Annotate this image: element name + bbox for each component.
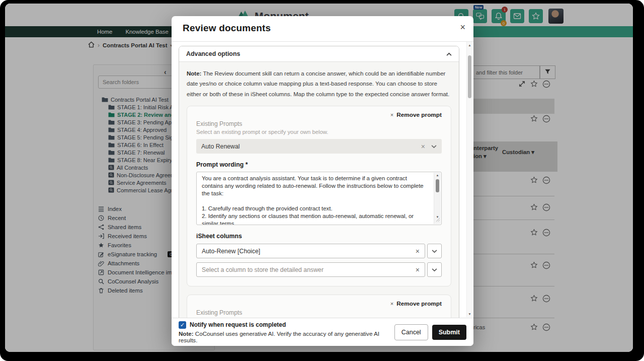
existing-prompts-help: Select an existing prompt or specify you… (196, 129, 442, 135)
column-placeholder: Select a column to store the detailed an… (202, 266, 324, 273)
advanced-options-accordion: Advanced options Note: The Review docume… (179, 46, 459, 318)
advanced-options-header[interactable]: Advanced options (179, 46, 459, 62)
footer-note-text: CoCounsel uses generative AI. Verify the… (179, 330, 379, 343)
window-frame: Monument New10 HomeKnowledge BaseLega › … (0, 0, 644, 361)
clear-icon[interactable]: × (416, 266, 420, 274)
clear-icon[interactable]: × (416, 247, 420, 255)
submit-button[interactable]: Submit (432, 325, 466, 340)
isheet-columns-label: iSheet columns (196, 233, 442, 240)
scrollbar-thumb[interactable] (436, 179, 439, 192)
existing-prompts-label: Existing Prompts (196, 309, 442, 316)
column-value: Auto-Renew [Choice] (202, 248, 260, 255)
scroll-up-icon[interactable]: ▲ (467, 43, 472, 47)
modal-body: Advanced options Note: The Review docume… (172, 42, 473, 318)
scroll-down-icon[interactable]: ▼ (467, 312, 472, 316)
scroll-up-icon[interactable]: ▲ (434, 174, 441, 177)
modal-title: Review documents (183, 23, 271, 34)
accordion-title: Advanced options (186, 50, 240, 57)
chevron-down-icon[interactable] (427, 262, 442, 277)
existing-prompt-value: Auto Renewal (201, 143, 240, 150)
cancel-button[interactable]: Cancel (394, 324, 428, 340)
column-select-field[interactable]: Auto-Renew [Choice] × (196, 244, 425, 258)
note-text: The Review document skill can return a c… (187, 70, 449, 97)
review-documents-modal: Review documents × Advanced options Note… (172, 16, 473, 346)
footer-note-label: Note: (179, 330, 194, 337)
isheet-column-select-1: Auto-Renew [Choice] × (196, 244, 442, 258)
prompt-card-1: × Remove prompt Existing Prompts Select … (187, 106, 451, 286)
prompt-wording-value: You are a contract analysis assistant. Y… (202, 175, 429, 225)
remove-prompt-button[interactable]: × Remove prompt (196, 297, 442, 308)
notify-label: Notify when request is completed (190, 321, 286, 328)
resize-grip-icon[interactable] (436, 215, 440, 224)
app-screen: Monument New10 HomeKnowledge BaseLega › … (5, 4, 633, 352)
chevron-down-icon[interactable] (427, 244, 442, 258)
advanced-options-body: Note: The Review document skill can retu… (179, 62, 459, 318)
footer-note: Note: CoCounsel uses generative AI. Veri… (179, 330, 394, 343)
chevron-down-icon[interactable] (431, 145, 437, 149)
advanced-note: Note: The Review document skill can retu… (187, 68, 451, 99)
note-label: Note: (187, 70, 201, 77)
notify-checkbox[interactable]: ✓ (179, 321, 186, 329)
clear-icon[interactable]: × (421, 142, 425, 151)
remove-prompt-label: Remove prompt (396, 111, 442, 118)
remove-prompt-label: Remove prompt (396, 300, 442, 307)
prompt-wording-textarea[interactable]: You are a contract analysis assistant. Y… (196, 172, 442, 225)
prompt-card-2: × Remove prompt Existing Prompts Select … (187, 295, 451, 318)
remove-x-icon: × (390, 301, 393, 307)
existing-prompt-select[interactable]: Auto Renewal × (196, 139, 442, 154)
remove-prompt-button[interactable]: × Remove prompt (196, 108, 442, 119)
close-icon[interactable]: × (460, 22, 465, 33)
modal-footer: ✓ Notify when request is completed Note:… (172, 318, 473, 346)
isheet-column-select-2: Select a column to store the detailed an… (196, 262, 442, 277)
scrollbar-thumb[interactable] (468, 55, 471, 98)
column-select-field[interactable]: Select a column to store the detailed an… (196, 262, 425, 277)
chevron-up-icon[interactable] (446, 49, 452, 58)
prompt-wording-label: Prompt wording * (196, 161, 442, 168)
modal-scrollbar[interactable]: ▲ ▼ (466, 42, 472, 317)
existing-prompts-label: Existing Prompts (196, 120, 442, 127)
remove-x-icon: × (390, 112, 393, 118)
